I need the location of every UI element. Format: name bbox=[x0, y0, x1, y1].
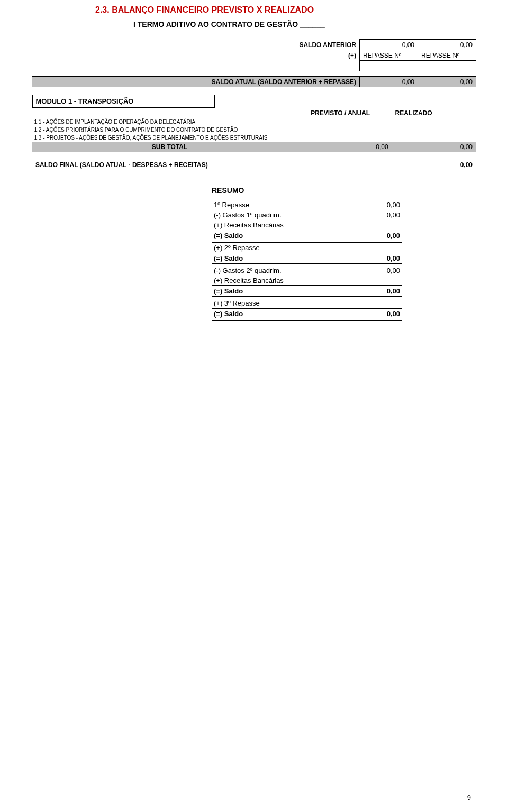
resumo-title: RESUMO bbox=[212, 186, 476, 195]
row-1-1: 1.1 - AÇÕES DE IMPLANTAÇÃO E OPERAÇÃO DA… bbox=[32, 118, 307, 126]
resumo-label: (=) Saldo bbox=[212, 230, 335, 242]
empty-box-2 bbox=[418, 61, 476, 71]
saldo-anterior-table: SALDO ANTERIOR 0,00 0,00 (+) REPASSE Nº_… bbox=[32, 39, 476, 87]
saldo-final-value: 0,00 bbox=[392, 160, 476, 170]
resumo-label: (+) Receitas Bancárias bbox=[212, 275, 335, 286]
resumo-row: (+) Receitas Bancárias bbox=[212, 220, 402, 230]
subtotal-realizado: 0,00 bbox=[392, 142, 476, 152]
resumo-label: (=) Saldo bbox=[212, 253, 335, 265]
modulo-table: MODULO 1 - TRANSPOSIÇÃO PREVISTO / ANUAL… bbox=[32, 95, 476, 152]
subtotal-label: SUB TOTAL bbox=[32, 142, 307, 152]
row-1-2: 1.2 - AÇÕES PRIORITÁRIAS PARA O CUMPRIME… bbox=[32, 126, 307, 134]
resumo-value: 0,00 bbox=[335, 286, 402, 298]
saldo-final-label: SALDO FINAL (SALDO ATUAL - DESPESAS + RE… bbox=[32, 160, 307, 170]
subtotal-previsto: 0,00 bbox=[307, 142, 392, 152]
resumo-value: 0,00 bbox=[335, 200, 402, 210]
plus-label: (+) bbox=[263, 50, 360, 61]
resumo-label: (-) Gastos 2º quadrim. bbox=[212, 264, 335, 275]
repasse-2: REPASSE Nº__ bbox=[418, 50, 476, 61]
resumo-value bbox=[335, 297, 402, 309]
resumo-label: (=) Saldo bbox=[212, 309, 335, 320]
resumo-value bbox=[335, 220, 402, 230]
row-1-1-previsto bbox=[307, 118, 392, 126]
resumo-label: (+) 3º Repasse bbox=[212, 297, 335, 309]
saldo-anterior-value-1: 0,00 bbox=[360, 40, 418, 50]
resumo-row: 1º Repasse0,00 bbox=[212, 200, 402, 210]
resumo-row: (=) Saldo0,00 bbox=[212, 286, 402, 298]
saldo-atual-label: SALDO ATUAL (SALDO ANTERIOR + REPASSE) bbox=[32, 77, 360, 87]
resumo-label: (+) Receitas Bancárias bbox=[212, 220, 335, 230]
resumo-value: 0,00 bbox=[335, 210, 402, 220]
row-1-1-realizado bbox=[392, 118, 476, 126]
saldo-anterior-value-2: 0,00 bbox=[418, 40, 476, 50]
resumo-value: 0,00 bbox=[335, 253, 402, 265]
resumo-row: (+) 2º Repasse bbox=[212, 242, 402, 253]
saldo-final-table: SALDO FINAL (SALDO ATUAL - DESPESAS + RE… bbox=[32, 160, 476, 170]
row-1-2-previsto bbox=[307, 126, 392, 134]
saldo-atual-value-2: 0,00 bbox=[418, 77, 476, 87]
resumo-label: 1º Repasse bbox=[212, 200, 335, 210]
repasse-1: REPASSE Nº__ bbox=[360, 50, 418, 61]
empty-box-1 bbox=[360, 61, 418, 71]
modulo-title: MODULO 1 - TRANSPOSIÇÃO bbox=[32, 95, 215, 108]
row-1-2-realizado bbox=[392, 126, 476, 134]
row-1-3: 1.3 - PROJETOS - AÇÕES DE GESTÃO, AÇÕES … bbox=[32, 134, 307, 142]
resumo-value bbox=[335, 242, 402, 253]
resumo-label: (-) Gastos 1º quadrim. bbox=[212, 210, 335, 220]
row-1-3-previsto bbox=[307, 134, 392, 142]
resumo-row: (=) Saldo0,00 bbox=[212, 253, 402, 265]
resumo-label: (=) Saldo bbox=[212, 286, 335, 298]
saldo-final-empty bbox=[307, 160, 392, 170]
saldo-anterior-label: SALDO ANTERIOR bbox=[263, 40, 360, 50]
saldo-atual-value-1: 0,00 bbox=[360, 77, 418, 87]
resumo-label: (+) 2º Repasse bbox=[212, 242, 335, 253]
resumo-value: 0,00 bbox=[335, 230, 402, 242]
resumo-row: (+) 3º Repasse bbox=[212, 297, 402, 309]
resumo-value bbox=[335, 275, 402, 286]
resumo-row: (-) Gastos 2º quadrim.0,00 bbox=[212, 264, 402, 275]
col-header-realizado: REALIZADO bbox=[392, 108, 476, 118]
row-1-3-realizado bbox=[392, 134, 476, 142]
resumo-table: 1º Repasse0,00(-) Gastos 1º quadrim.0,00… bbox=[212, 200, 402, 321]
resumo-row: (-) Gastos 1º quadrim.0,00 bbox=[212, 210, 402, 220]
resumo-row: (=) Saldo0,00 bbox=[212, 309, 402, 320]
resumo-value: 0,00 bbox=[335, 309, 402, 320]
col-header-previsto: PREVISTO / ANUAL bbox=[307, 108, 392, 118]
subtitle: I TERMO ADITIVO AO CONTRATO DE GESTÃO __… bbox=[32, 20, 476, 29]
page-number: 9 bbox=[467, 793, 471, 801]
resumo-row: (=) Saldo0,00 bbox=[212, 230, 402, 242]
resumo-value: 0,00 bbox=[335, 264, 402, 275]
section-title: 2.3. BALANÇO FINANCEIRO PREVISTO X REALI… bbox=[32, 5, 476, 15]
resumo-row: (+) Receitas Bancárias bbox=[212, 275, 402, 286]
